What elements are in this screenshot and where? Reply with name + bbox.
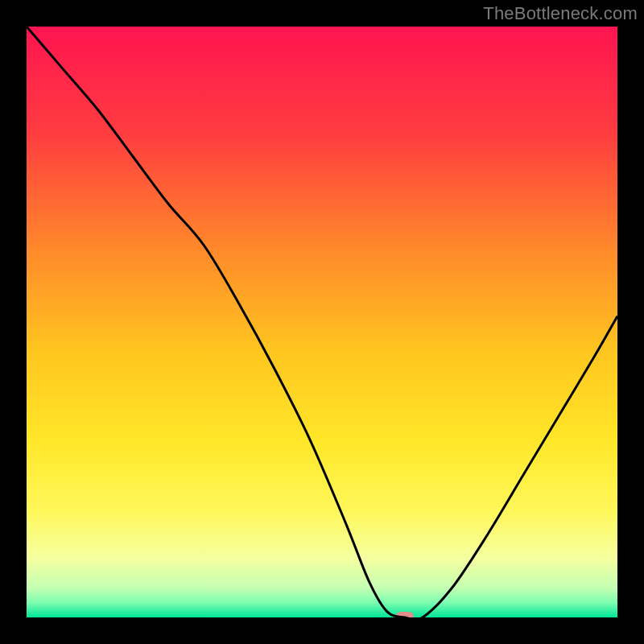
watermark-text: TheBottleneck.com bbox=[483, 3, 638, 24]
gradient-background bbox=[27, 27, 617, 617]
plot-area bbox=[27, 27, 617, 617]
chart-frame: TheBottleneck.com bbox=[0, 0, 644, 644]
bottleneck-chart bbox=[27, 27, 617, 617]
